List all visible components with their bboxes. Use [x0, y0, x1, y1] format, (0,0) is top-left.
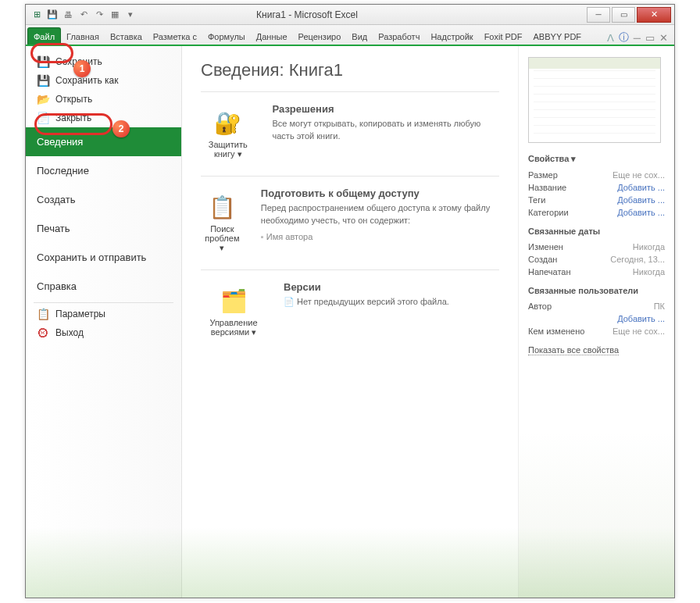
sidebar-item-label: Открыть	[55, 94, 92, 105]
sidebar-share[interactable]: Сохранить и отправить	[26, 243, 181, 272]
doc-close-icon[interactable]: ✕	[659, 32, 668, 44]
divider	[201, 91, 499, 92]
save-icon[interactable]: 💾	[46, 9, 59, 21]
divider	[201, 269, 499, 270]
button-label: Защитить книгу ▾	[203, 140, 253, 159]
tab-addins[interactable]: Надстройк	[425, 28, 478, 45]
document-icon: 📄	[37, 112, 49, 124]
tab-developer[interactable]: Разработч	[373, 28, 425, 45]
sidebar-open[interactable]: 📂Открыть	[26, 90, 181, 109]
property-row: НапечатанНикогда	[528, 266, 665, 278]
floppy-icon: 💾	[37, 74, 49, 87]
property-row: Кем измененоЕще не сох...	[528, 325, 665, 337]
sidebar-help[interactable]: Справка	[26, 272, 181, 301]
sidebar-item-label: Сохранить как	[55, 75, 118, 86]
tab-review[interactable]: Рецензиро	[293, 28, 347, 45]
undo-icon[interactable]: ↶	[77, 9, 90, 21]
minimize-button[interactable]: ─	[587, 7, 610, 23]
exit-icon: ⮿	[37, 326, 49, 339]
floppy-icon: 💾	[37, 55, 49, 68]
excel-icon: ⊞	[30, 9, 43, 21]
qat-more-icon[interactable]: ▦	[109, 9, 121, 21]
property-row[interactable]: НазваниеДобавить ...	[528, 181, 665, 194]
sidebar-options[interactable]: 📋Параметры	[26, 305, 181, 323]
section-title: Версии	[284, 281, 449, 293]
sidebar-info[interactable]: Сведения	[26, 127, 181, 156]
check-issues-button[interactable]: 📋 Поиск проблем ▾	[201, 187, 244, 259]
tab-layout[interactable]: Разметка с	[148, 28, 202, 45]
close-button[interactable]: ✕	[637, 7, 671, 23]
page-title: Сведения: Книга1	[201, 60, 499, 80]
property-row: РазмерЕще не сох...	[528, 169, 665, 181]
section-desc: Перед распространением общего доступа к …	[261, 202, 499, 227]
qat-dropdown-icon[interactable]: ▾	[124, 9, 137, 21]
checklist-icon: 📋	[208, 193, 236, 221]
main-panel: Сведения: Книга1 🔐 Защитить книгу ▾ Разр…	[182, 46, 518, 598]
tab-home[interactable]: Главная	[61, 28, 105, 45]
print-icon[interactable]: 🖶	[62, 9, 74, 21]
bullet-item: Имя автора	[261, 232, 499, 241]
sidebar-item-label: Закрыть	[55, 112, 91, 123]
tab-file[interactable]: Файл	[27, 27, 61, 45]
sidebar-print[interactable]: Печать	[26, 214, 181, 243]
sidebar-exit[interactable]: ⮿Выход	[26, 323, 181, 342]
dates-heading: Связанные даты	[528, 227, 665, 236]
section-title: Подготовить к общему доступу	[261, 187, 499, 199]
show-all-properties[interactable]: Показать все свойства	[528, 345, 619, 355]
protect-workbook-button[interactable]: 🔐 Защитить книгу ▾	[201, 103, 255, 165]
folder-open-icon: 📂	[37, 93, 49, 105]
divider	[201, 176, 499, 177]
property-row: СозданСегодня, 13...	[528, 253, 665, 266]
sidebar-save[interactable]: 💾Сохранить	[26, 52, 181, 71]
tab-data[interactable]: Данные	[251, 28, 293, 45]
property-row: АвторПК	[528, 300, 665, 312]
button-label: Поиск проблем ▾	[203, 224, 241, 253]
sidebar-item-label: Сохранить	[55, 56, 102, 67]
button-label: Управление версиями ▾	[203, 318, 264, 337]
versions-icon: 🗂️	[220, 287, 248, 315]
redo-icon[interactable]: ↷	[93, 9, 105, 21]
ribbon-tabs: Файл Главная Вставка Разметка с Формулы …	[26, 25, 674, 46]
doc-restore-icon[interactable]: ▭	[645, 32, 655, 44]
property-row: ИзмененНикогда	[528, 241, 665, 253]
quick-access-toolbar: ⊞ 💾 🖶 ↶ ↷ ▦ ▾	[26, 9, 141, 21]
sidebar-item-label: Параметры	[55, 309, 105, 319]
sidebar-save-as[interactable]: 💾Сохранить как	[26, 71, 181, 90]
tab-foxit[interactable]: Foxit PDF	[479, 28, 528, 45]
sidebar-new[interactable]: Создать	[26, 185, 181, 214]
sidebar-close[interactable]: 📄Закрыть	[26, 109, 181, 127]
manage-versions-button[interactable]: 🗂️ Управление версиями ▾	[201, 281, 266, 343]
options-icon: 📋	[37, 308, 49, 320]
document-preview[interactable]	[528, 57, 661, 143]
titlebar: ⊞ 💾 🖶 ↶ ↷ ▦ ▾ Книга1 - Microsoft Excel ─…	[26, 5, 674, 25]
properties-panel: Свойства ▾ РазмерЕще не сох... НазваниеД…	[518, 46, 674, 598]
doc-min-icon[interactable]: ─	[634, 32, 641, 44]
property-row[interactable]: Добавить ...	[528, 312, 665, 325]
divider	[34, 302, 173, 303]
section-title: Разрешения	[273, 103, 500, 115]
properties-heading[interactable]: Свойства ▾	[528, 154, 665, 164]
section-desc: 📄 Нет предыдущих версий этого файла.	[284, 296, 449, 309]
minimize-ribbon-icon[interactable]: ᐱ	[607, 32, 614, 44]
section-desc: Все могут открывать, копировать и изменя…	[273, 118, 500, 143]
backstage-sidebar: 💾Сохранить 💾Сохранить как 📂Открыть 📄Закр…	[26, 46, 182, 598]
page-icon: 📄	[284, 297, 297, 306]
maximize-button[interactable]: ▭	[612, 7, 635, 23]
sidebar-item-label: Выход	[55, 327, 84, 338]
tab-abbyy[interactable]: ABBYY PDF	[528, 28, 588, 45]
lock-icon: 🔐	[214, 109, 242, 137]
tab-insert[interactable]: Вставка	[105, 28, 148, 45]
property-row[interactable]: КатегорииДобавить ...	[528, 206, 665, 219]
help-icon[interactable]: ⓘ	[619, 30, 629, 45]
sidebar-recent[interactable]: Последние	[26, 156, 181, 185]
tab-formulas[interactable]: Формулы	[202, 28, 251, 45]
property-row[interactable]: ТегиДобавить ...	[528, 194, 665, 206]
tab-view[interactable]: Вид	[346, 28, 373, 45]
users-heading: Связанные пользователи	[528, 286, 665, 295]
